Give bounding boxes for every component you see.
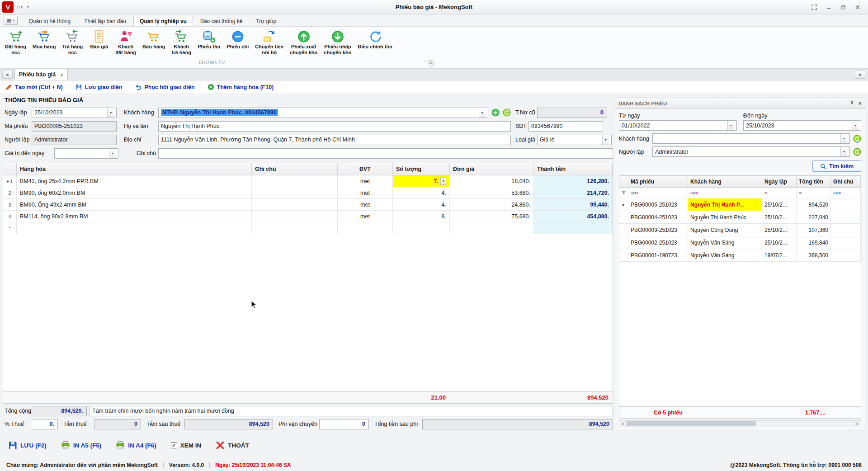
ribbon-item-khach-dat-hang[interactable]: Kháchđặt hàng xyxy=(112,28,139,60)
auto-filter-row[interactable]: aBc aBc = = aBc xyxy=(619,188,861,198)
khach-hang-filter-input[interactable]: ▾ xyxy=(652,133,850,144)
total-cell[interactable]: 107,360 xyxy=(797,224,831,236)
header-thanh-tien[interactable]: Thành tiền xyxy=(534,163,613,175)
ribbon-collapse-button[interactable] xyxy=(428,60,434,66)
ribbon-item-phieu-thu[interactable]: Phiếu thu xyxy=(194,28,223,60)
note-cell[interactable] xyxy=(831,211,861,223)
item-note-cell[interactable] xyxy=(252,187,338,198)
ribbon-item-phieu-nhap-chuyen-kho[interactable]: Phiếu nhậpchuyển kho xyxy=(321,28,354,60)
chevron-down-icon[interactable]: ▾ xyxy=(840,134,847,143)
luu-button[interactable]: LƯU (F2) xyxy=(8,441,47,450)
save-layout-button[interactable]: Lưu giao diện xyxy=(75,84,123,90)
ribbon-item-phieu-xuat-chuyen-kho[interactable]: Phiếu xuấtchuyển kho xyxy=(287,28,321,60)
quotation-code-cell[interactable]: PBG00002-251023 xyxy=(628,236,688,249)
quotation-code-cell[interactable]: PBG00001-190723 xyxy=(628,249,688,261)
header-tong-tien[interactable]: Tổng tiền xyxy=(797,176,831,187)
ribbon-item-chuyen-tien-noi-bo[interactable]: Chuyển tiềnnội bộ xyxy=(252,28,287,60)
item-qty-cell[interactable] xyxy=(393,222,450,234)
total-cell[interactable]: 227,040 xyxy=(797,211,831,223)
ghi-chu-input[interactable] xyxy=(158,148,613,159)
item-unit-cell[interactable]: met xyxy=(338,175,393,187)
layout-selector-button[interactable]: ▦▾ xyxy=(4,16,18,25)
item-name-cell[interactable]: BM60, Ống 49x2.4mm BM xyxy=(17,199,252,210)
customer-cell[interactable]: Nguyễn Công Dũng xyxy=(688,224,762,236)
header-khach-hang[interactable]: Khách hàng xyxy=(688,176,762,187)
ribbon-item-mua-hang[interactable]: Mua hàng xyxy=(29,28,59,60)
xem-in-checkbox[interactable]: ✓ XEM IN xyxy=(171,442,202,449)
item-amount-cell[interactable]: 99,440. xyxy=(534,199,613,210)
item-note-cell[interactable] xyxy=(252,175,338,187)
header-don-gia[interactable]: Đơn giá xyxy=(450,163,534,175)
horizontal-scrollbar[interactable]: ◂ ▸ xyxy=(619,420,861,427)
ho-va-ten-input[interactable]: Nguyễn Thị Hạnh Phúc xyxy=(158,121,511,132)
items-grid-row[interactable]: 3BM60, Ống 49x2.4mm BMmet4.24,860.99,440… xyxy=(3,199,613,211)
total-cell[interactable]: 169,840 xyxy=(797,236,831,249)
header-hang-hoa[interactable]: Hàng hóa xyxy=(17,163,252,175)
total-cell[interactable]: 368,500 xyxy=(797,249,831,261)
scrollbar-thumb[interactable] xyxy=(627,421,756,426)
header-so-luong[interactable]: Số lượng xyxy=(393,163,450,175)
restore-layout-button[interactable]: Phục hồi giao diện xyxy=(135,84,194,90)
thue-input[interactable]: 0. xyxy=(31,419,58,429)
pin-icon[interactable] xyxy=(849,101,854,106)
item-note-cell[interactable] xyxy=(252,199,338,210)
customer-cell[interactable]: Nguyễn Thị Hạnh Phúc xyxy=(688,211,762,223)
fullscreen-button[interactable] xyxy=(807,2,821,12)
quotation-code-cell[interactable]: PBG00004-251023 xyxy=(628,211,688,223)
item-name-cell[interactable]: BM90, ống 60x2.0mm BM xyxy=(17,187,252,198)
item-name-cell[interactable]: BM42, ống 25x4.2mm PPR BM xyxy=(17,175,252,187)
refresh-nguoi-lap-filter-button[interactable] xyxy=(853,147,861,156)
sdt-input[interactable]: 0934567890 xyxy=(528,121,603,132)
item-price-cell[interactable]: 24,860. xyxy=(450,199,534,210)
restore-button[interactable] xyxy=(836,2,850,12)
nguoi-lap-filter-input[interactable]: Administrator▾ xyxy=(652,146,850,157)
in-a4-button[interactable]: IN A4 (F6) xyxy=(116,441,156,450)
header-ghi-chu[interactable]: Ghi chú xyxy=(252,163,338,175)
scroll-left-icon[interactable]: ◂ xyxy=(619,421,627,427)
ngay-lap-input[interactable]: 25/10/2023 ▾ xyxy=(32,108,117,118)
phi-van-chuyen-input[interactable]: 0 xyxy=(319,419,369,429)
customize-toolbar-caret-icon[interactable]: ▾ xyxy=(27,5,29,9)
item-amount-cell[interactable]: 126,280. xyxy=(534,175,613,187)
item-price-cell[interactable]: 53,680. xyxy=(450,187,534,198)
item-unit-cell[interactable]: met xyxy=(338,199,393,210)
in-a5-button[interactable]: IN A5 (F5) xyxy=(61,441,102,450)
chevron-down-icon[interactable]: ▾ xyxy=(107,108,114,118)
item-note-cell[interactable] xyxy=(252,222,338,234)
ribbon-item-ban-hang[interactable]: Bán hàng xyxy=(139,28,168,60)
list-grid-row[interactable]: PBG00001-190723Nguyễn Văn Sáng19/07/2...… xyxy=(619,249,861,262)
note-cell[interactable] xyxy=(831,249,861,261)
chevron-down-icon[interactable]: ▾ xyxy=(852,121,859,130)
items-grid-row[interactable]: 2BM90, ống 60x2.0mm BMmet4.53,680.214,72… xyxy=(3,187,613,199)
menu-tab-quan-ly-nghiep-vu[interactable]: Quản lý nghiệp vụ xyxy=(133,16,193,26)
quotation-code-cell[interactable]: PBG00003-251023 xyxy=(628,224,688,236)
item-unit-cell[interactable]: met xyxy=(338,187,393,198)
chevron-down-icon[interactable]: ▾ xyxy=(440,177,446,185)
den-ngay-input[interactable]: 25/10/2023▾ xyxy=(743,120,861,131)
refresh-khach-hang-filter-button[interactable] xyxy=(853,134,861,143)
scrollbar-track[interactable] xyxy=(627,421,854,427)
header-ngay-lap[interactable]: Ngày lập xyxy=(762,176,797,187)
close-all-tabs-button[interactable]: × xyxy=(2,70,13,79)
thoat-button[interactable]: THOÁT xyxy=(216,441,249,450)
item-price-cell[interactable] xyxy=(450,222,534,234)
date-cell[interactable]: 25/10/2... xyxy=(762,224,797,236)
refresh-customer-button[interactable] xyxy=(502,108,511,117)
header-ma-phieu[interactable]: Mã phiếu xyxy=(628,176,688,187)
menu-tab-thiet-lap-ban-dau[interactable]: Thiết lập ban đầu xyxy=(78,16,132,26)
menu-tab-quan-tri-he-thong[interactable]: Quản trị hệ thống xyxy=(22,16,77,26)
create-new-button[interactable]: Tạo mới (Ctrl + N) xyxy=(5,84,63,90)
note-cell[interactable] xyxy=(831,198,861,211)
item-amount-cell[interactable] xyxy=(534,222,613,234)
gia-tri-den-ngay-input[interactable]: ▾ xyxy=(54,148,118,159)
list-grid-row[interactable]: PBG00003-251023Nguyễn Công Dũng25/10/2..… xyxy=(619,224,861,236)
note-cell[interactable] xyxy=(831,236,861,249)
customer-cell[interactable]: Nguyễn Thị Hạnh P... xyxy=(688,198,762,211)
date-cell[interactable]: 25/10/2... xyxy=(762,211,797,223)
list-grid-row[interactable]: PBG00004-251023Nguyễn Thị Hạnh Phúc25/10… xyxy=(619,211,861,224)
item-qty-cell[interactable]: 4. xyxy=(393,199,450,210)
item-note-cell[interactable] xyxy=(252,211,338,222)
list-grid-row[interactable]: ▸PBG00005-251023Nguyễn Thị Hạnh P...25/1… xyxy=(619,198,861,211)
customer-cell[interactable]: Nguyễn Văn Sáng xyxy=(688,249,762,261)
quotation-code-cell[interactable]: PBG00005-251023 xyxy=(628,198,688,211)
